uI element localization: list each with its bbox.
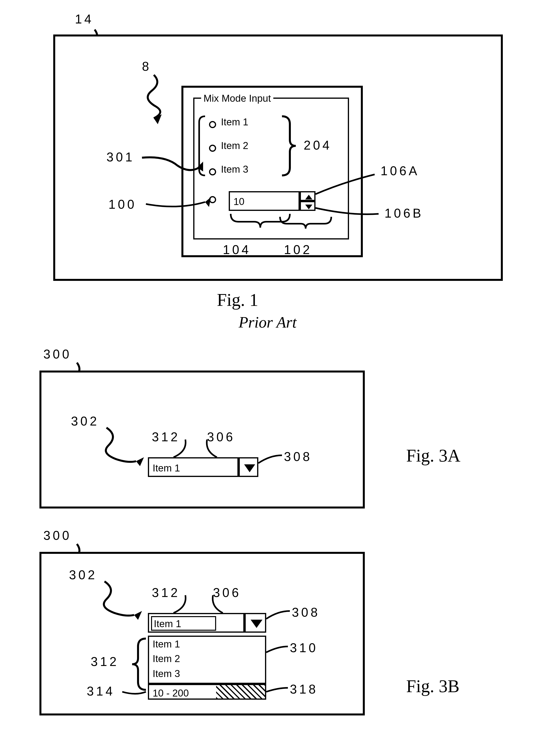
ref-302-3b: 302 [69, 568, 97, 582]
ref-204: 204 [304, 138, 332, 153]
radio-label: Item 1 [221, 117, 248, 128]
svg-marker-8 [244, 464, 255, 472]
svg-marker-4 [305, 205, 312, 209]
ref-302-3a: 302 [71, 414, 99, 428]
ref-312-3b-top: 312 [152, 585, 180, 600]
ref-312-3b-side: 312 [91, 654, 119, 669]
range-value: 10 - 200 [153, 687, 189, 699]
dropdown-listbox[interactable]: Item 1 Item 2 Item 3 [148, 636, 266, 684]
spin-up-button[interactable] [300, 191, 315, 201]
radio-icon[interactable] [209, 145, 216, 152]
radio-icon[interactable] [209, 168, 216, 175]
ref-318: 318 [290, 682, 318, 697]
spin-input[interactable]: 10 [229, 191, 300, 211]
radio-label: Item 3 [221, 164, 248, 175]
fig3a-caption: Fig. 3A [406, 445, 460, 466]
ref-312-3a: 312 [152, 430, 180, 444]
ref-300-3a: 300 [43, 347, 72, 362]
radio-icon[interactable] [209, 121, 216, 128]
combo-value: Item 1 [154, 618, 181, 629]
spin-down-button[interactable] [300, 201, 315, 211]
ref-314: 314 [87, 684, 115, 698]
ref-8: 8 [142, 59, 151, 74]
ref-310: 310 [290, 641, 318, 655]
fig1-caption: Fig. 1 [217, 290, 258, 310]
ref-306-3a: 306 [207, 430, 235, 444]
svg-marker-11 [251, 620, 262, 628]
list-item[interactable]: Item 2 [153, 653, 180, 664]
radio-label: Item 2 [221, 140, 248, 151]
range-fill-hatch [216, 685, 265, 698]
combo-input-3a[interactable]: Item 1 [148, 457, 239, 477]
ref-14: 14 [75, 12, 94, 26]
radio-row-2[interactable]: Item 2 [209, 140, 248, 152]
radio-row-1[interactable]: Item 1 [209, 116, 248, 128]
range-row[interactable]: 10 - 200 [148, 684, 266, 700]
combo-dropdown-button-3b[interactable] [245, 613, 266, 633]
combo-input-3b[interactable]: Item 1 [148, 613, 245, 633]
ref-308-3b: 308 [292, 605, 320, 620]
spin-radio[interactable] [209, 196, 216, 203]
fig1-caption-sub: Prior Art [239, 314, 297, 331]
spin-value: 10 [233, 196, 245, 207]
ref-308-3a: 308 [284, 449, 312, 464]
radio-icon[interactable] [209, 196, 216, 203]
ref-102: 102 [284, 243, 312, 257]
ref-100: 100 [108, 197, 137, 212]
svg-marker-3 [305, 195, 312, 200]
radio-row-3[interactable]: Item 3 [209, 164, 248, 175]
ref-106B: 106B [385, 206, 423, 221]
list-item[interactable]: Item 3 [153, 668, 180, 679]
ref-301: 301 [106, 150, 135, 164]
groupbox-title: Mix Mode Input [201, 93, 273, 104]
ref-306-3b: 306 [213, 585, 241, 600]
fig3a-window [39, 370, 365, 508]
ref-300-3b: 300 [43, 528, 72, 543]
ref-106A: 106A [381, 164, 419, 178]
list-item[interactable]: Item 1 [153, 638, 180, 650]
fig3b-caption: Fig. 3B [406, 676, 459, 696]
combo-dropdown-button-3a[interactable] [239, 457, 258, 477]
combo-value: Item 1 [153, 462, 180, 474]
ref-104: 104 [223, 243, 251, 257]
